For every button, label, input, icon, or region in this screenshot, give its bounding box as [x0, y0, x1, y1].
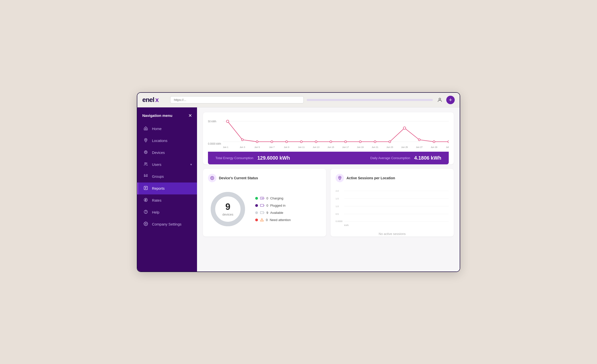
chart-summary-bar: Total Energy Consumption 129.6000 kWh Da… — [208, 152, 449, 164]
y-label-1.5: 1.5 — [336, 197, 339, 200]
chart-point — [359, 141, 361, 143]
available-device-icon — [260, 211, 264, 214]
charging-label: Charging — [270, 196, 283, 200]
plugged-label: Plugged in — [270, 204, 285, 207]
cards-row: Device's Current Status 9 — [203, 169, 454, 236]
x-label: Jun 23 — [387, 146, 393, 148]
progress-bar — [307, 99, 433, 101]
attention-dot — [255, 219, 258, 221]
sidebar-item-help-label: Help — [152, 210, 192, 214]
browser-actions: + — [436, 96, 455, 104]
x-label: Jun 15 — [328, 146, 334, 148]
sidebar-item-locations[interactable]: Locations — [137, 135, 197, 147]
sidebar-item-company-settings-label: Company Settings — [152, 222, 192, 226]
chart-point — [345, 141, 347, 143]
logo-x: x — [155, 96, 158, 104]
svg-point-5 — [146, 163, 147, 163]
svg-point-1 — [145, 139, 147, 140]
sidebar-close-button[interactable]: ✕ — [188, 113, 192, 118]
x-label: Jul 1 — [446, 146, 449, 148]
total-energy-value: 129.6000 kWh — [257, 155, 290, 161]
sidebar-item-reports[interactable]: Reports — [137, 182, 197, 194]
help-icon — [143, 210, 149, 215]
user-profile-button[interactable] — [436, 96, 444, 104]
plugged-count: 0 — [266, 204, 268, 207]
attention-label: Need attention — [270, 218, 291, 222]
daily-avg-item: Daily Average Consumption 4.1806 kWh — [370, 155, 441, 161]
legend-available: 9 Available — [255, 211, 291, 215]
sidebar: Navigation menu ✕ Home Locations Dev — [137, 107, 197, 272]
sessions-title: Active Sessions per Location — [347, 176, 395, 180]
x-label: Jun 29 — [431, 146, 437, 148]
total-energy-label: Total Energy Consumption — [215, 156, 253, 160]
groups-icon — [143, 174, 149, 179]
sidebar-item-home-label: Home — [152, 127, 192, 131]
chart-point — [271, 141, 273, 143]
x-label: Jun 13 — [313, 146, 319, 148]
x-label: Jun 25 — [401, 146, 408, 148]
svg-point-6 — [144, 175, 145, 177]
total-energy-item: Total Energy Consumption 129.6000 kWh — [215, 155, 290, 161]
available-count: 9 — [266, 211, 268, 215]
reports-icon — [143, 186, 149, 191]
attention-count: 0 — [266, 218, 268, 222]
x-label: Jun 17 — [342, 146, 349, 148]
sessions-y-unit: kWh — [344, 224, 349, 226]
plugged-dot — [255, 204, 258, 207]
chart-point — [374, 141, 376, 143]
sidebar-item-groups-label: Groups — [152, 175, 192, 179]
svg-point-0 — [439, 98, 441, 100]
energy-line-chart: 50 kWh 0.0000 kWh — [208, 117, 449, 149]
chart-point — [403, 127, 406, 129]
donut-number: 9 — [222, 202, 233, 212]
svg-point-22 — [262, 221, 262, 221]
available-dot — [255, 211, 258, 214]
sidebar-item-home[interactable]: Home — [137, 123, 197, 135]
svg-point-11 — [146, 213, 146, 213]
chart-point — [256, 141, 258, 143]
device-status-legend: 0 Charging 0 Plugged in — [255, 196, 291, 222]
main-content: 50 kWh 0.0000 kWh — [197, 107, 460, 272]
warning-icon — [260, 218, 264, 222]
svg-point-23 — [339, 177, 341, 178]
location-icon — [338, 176, 342, 180]
add-button[interactable]: + — [446, 96, 455, 104]
legend-need-attention: 0 Need attention — [255, 218, 291, 222]
chart-point — [226, 120, 229, 123]
sidebar-item-company-settings[interactable]: Company Settings — [137, 218, 197, 230]
x-label: Jun 3 — [240, 146, 245, 148]
address-bar[interactable] — [170, 96, 304, 103]
device-status-title: Device's Current Status — [219, 176, 258, 180]
locations-icon — [143, 138, 149, 143]
browser-window: enel x + Navigation menu ✕ — [137, 92, 460, 272]
home-icon — [143, 126, 149, 132]
donut-label: 9 devices — [222, 202, 233, 217]
x-label: Jun 9 — [284, 146, 289, 148]
app-body: Navigation menu ✕ Home Locations Dev — [137, 107, 460, 272]
svg-point-16 — [210, 176, 214, 180]
sidebar-item-help[interactable]: Help — [137, 206, 197, 218]
x-label: Jun 7 — [269, 146, 275, 148]
svg-point-3 — [144, 151, 147, 154]
sidebar-item-groups[interactable]: Groups — [137, 171, 197, 182]
sidebar-header: Navigation menu ✕ — [137, 107, 197, 123]
device-status-content: 9 devices 0 Charging — [208, 187, 321, 231]
sidebar-item-devices[interactable]: Devices — [137, 147, 197, 159]
chart-point — [389, 141, 391, 143]
charging-count: 0 — [266, 196, 268, 200]
sidebar-item-rates[interactable]: Rates — [137, 194, 197, 206]
active-sessions-card: Active Sessions per Location 2.0 1.5 1.0… — [331, 169, 454, 236]
x-label: Jun 1 — [223, 146, 228, 148]
y-label-2: 2.0 — [336, 190, 339, 192]
plugged-device-icon — [260, 204, 264, 207]
sidebar-title: Navigation menu — [142, 113, 172, 118]
logo-text: enel — [142, 96, 154, 104]
chart-point — [286, 141, 288, 143]
sidebar-item-users[interactable]: Users ▾ — [137, 159, 197, 171]
svg-rect-20 — [260, 204, 264, 207]
svg-point-12 — [145, 223, 147, 224]
svg-point-15 — [211, 177, 213, 179]
x-label: Jun 21 — [372, 146, 378, 148]
device-status-card-icon — [208, 174, 216, 182]
energy-chart-area: 50 kWh 0.0000 kWh — [208, 117, 449, 149]
